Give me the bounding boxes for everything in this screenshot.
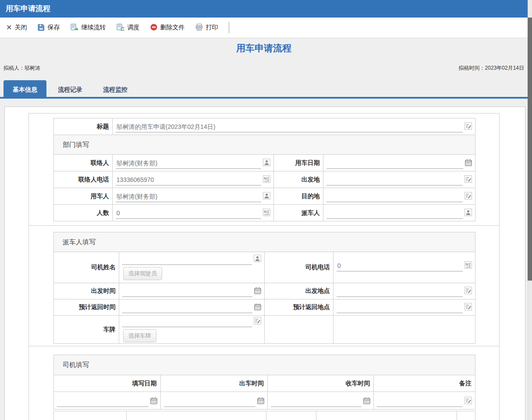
depart-time-input[interactable]	[122, 287, 252, 297]
departure-input[interactable]	[326, 176, 463, 185]
depart-time-field-cell	[119, 283, 264, 299]
select-plate-button[interactable]: 选择车牌	[123, 329, 156, 342]
plate-input[interactable]	[122, 317, 252, 327]
vehicle-user-input[interactable]: 邬树涛(财务部)	[116, 192, 261, 202]
dispatcher-field-cell	[323, 205, 475, 221]
contact-input[interactable]: 邬树涛(财务部)	[116, 159, 261, 169]
section-box-driver: 司机填写 填写日期 出车时间 收车时间 备注	[28, 346, 500, 420]
calendar-icon[interactable]	[150, 397, 157, 406]
depart-vehicle-time-input[interactable]	[164, 397, 255, 407]
table-row	[54, 392, 475, 409]
delete-file-button[interactable]: 删除文件	[150, 24, 184, 32]
form-panel: 标题 邬树涛的用车申请(2023年02月14日) 部门填写 联络人 邬树涛(财务…	[4, 107, 525, 420]
delete-file-button-label: 删除文件	[160, 24, 184, 32]
continue-flow-button[interactable]: 继续流转	[71, 24, 106, 32]
print-icon	[195, 24, 203, 32]
number-icon[interactable]: N	[465, 261, 472, 271]
person-icon[interactable]	[465, 209, 472, 218]
continue-flow-button-label: 继续流转	[81, 24, 106, 32]
dispatcher-table: 派车人填写 司机姓名 选择驾驶员 司机电话 0 N 出发时间	[53, 232, 475, 344]
table-row: 派车人填写	[54, 232, 475, 252]
delete-icon	[150, 24, 157, 32]
driver-table: 司机填写 填写日期 出车时间 收车时间 备注	[53, 355, 475, 409]
return-vehicle-time-input[interactable]	[271, 397, 362, 407]
calendar-icon[interactable]	[254, 303, 261, 312]
depart-place-field-cell	[333, 283, 475, 299]
table-row: 填写日期 出车时间 收车时间 备注	[54, 375, 475, 392]
remark-field-cell	[373, 392, 475, 409]
continue-flow-icon	[71, 24, 78, 32]
plate-label: 车牌	[54, 316, 119, 343]
close-button-label: 关闭	[14, 24, 27, 32]
svg-text:N: N	[465, 262, 468, 267]
select-driver-button[interactable]: 选择驾驶员	[123, 267, 162, 280]
calendar-icon[interactable]	[363, 397, 370, 406]
vehicle-user-label: 用车人	[54, 188, 112, 204]
dispatch-button[interactable]: 调度	[117, 24, 139, 32]
calendar-icon[interactable]	[465, 159, 472, 168]
person-icon[interactable]	[263, 192, 270, 201]
contact-phone-input[interactable]: 13336065970	[116, 176, 261, 185]
svg-text:N: N	[264, 176, 266, 181]
edit-icon[interactable]	[254, 317, 261, 326]
tab-basic-info[interactable]: 基本信息	[4, 80, 46, 99]
depart-place-input[interactable]	[337, 287, 463, 297]
driver-phone-input[interactable]: 0	[337, 262, 463, 271]
return-time-field-cell	[119, 299, 264, 315]
close-button[interactable]: ✕ 关闭	[6, 24, 27, 32]
use-date-input[interactable]	[326, 159, 463, 169]
table-cell	[266, 411, 316, 420]
destination-label: 目的地	[273, 188, 323, 204]
calendar-icon[interactable]	[257, 397, 264, 406]
partial-table	[53, 411, 475, 420]
dispatcher-label: 派车人	[273, 205, 323, 221]
table-row: 部门填写	[54, 135, 475, 154]
remark-column-header: 备注	[373, 375, 475, 392]
empty-cell	[333, 316, 475, 343]
tab-flow-monitor[interactable]: 流程监控	[94, 80, 137, 99]
table-row: 车牌 选择车牌	[54, 315, 475, 343]
tab-underline	[0, 97, 528, 99]
close-icon: ✕	[6, 24, 12, 31]
department-table: 标题 邬树涛的用车申请(2023年02月14日) 部门填写 联络人 邬树涛(财务…	[53, 118, 475, 221]
number-icon[interactable]: N	[263, 209, 270, 218]
people-count-input[interactable]: 0	[116, 209, 261, 219]
section-box-department: 标题 邬树涛的用车申请(2023年02月14日) 部门填写 联络人 邬树涛(财务…	[28, 113, 500, 226]
table-row: 联络人电话 13336065970 N 出发地	[54, 171, 475, 188]
scrollbar-thumb[interactable]	[528, 18, 532, 281]
fill-date-input[interactable]	[57, 397, 149, 407]
dispatcher-input[interactable]	[326, 209, 463, 219]
edit-icon[interactable]	[465, 175, 472, 185]
fill-date-field-cell	[54, 392, 160, 409]
return-time-label: 预计返回时间	[54, 299, 119, 315]
destination-input[interactable]	[326, 192, 463, 202]
return-place-input[interactable]	[337, 303, 463, 313]
department-section-header: 部门填写	[54, 135, 475, 154]
svg-text:N: N	[264, 210, 266, 214]
table-row: 预计返回时间 预计返回地点	[54, 299, 475, 315]
edit-icon[interactable]	[465, 122, 472, 132]
edit-icon[interactable]	[465, 303, 472, 312]
person-icon[interactable]	[263, 159, 270, 168]
number-icon[interactable]: N	[263, 175, 270, 185]
driver-name-input[interactable]	[122, 255, 252, 265]
edit-icon[interactable]	[465, 287, 472, 296]
title-input[interactable]: 邬树涛的用车申请(2023年02月14日)	[116, 123, 463, 132]
table-cell	[457, 411, 475, 420]
tab-flow-record[interactable]: 流程记录	[49, 80, 92, 99]
save-button[interactable]: 保存	[38, 24, 60, 32]
return-place-label: 预计返回地点	[264, 299, 333, 315]
person-icon[interactable]	[254, 255, 261, 264]
toolbar-separator	[229, 22, 229, 33]
remark-input[interactable]	[377, 397, 463, 407]
edit-icon[interactable]	[465, 192, 472, 201]
table-cell	[316, 411, 457, 420]
return-time-input[interactable]	[122, 303, 252, 313]
return-place-field-cell	[333, 299, 475, 315]
depart-place-label: 出发地点	[264, 283, 333, 299]
calendar-icon[interactable]	[254, 287, 261, 296]
edit-icon[interactable]	[465, 397, 472, 406]
print-button[interactable]: 打印	[195, 24, 218, 32]
section-box-dispatcher: 派车人填写 司机姓名 选择驾驶员 司机电话 0 N 出发时间	[28, 225, 500, 346]
dispatcher-section-header: 派车人填写	[54, 232, 475, 252]
